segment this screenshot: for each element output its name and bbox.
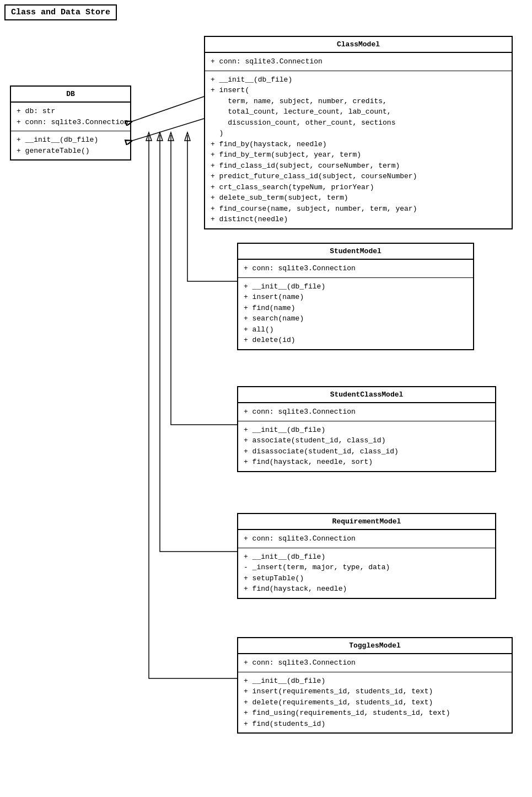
- student-class-model-methods: + __init__(db_file) + associate(student_…: [238, 421, 495, 471]
- student-class-model-box: StudentClassModel + conn: sqlite3.Connec…: [237, 386, 496, 472]
- toggles-model-attributes: + conn: sqlite3.Connection: [238, 654, 512, 672]
- svg-marker-7: [157, 132, 163, 141]
- svg-line-1: [132, 119, 204, 141]
- class-model-attributes: + conn: sqlite3.Connection: [205, 53, 512, 71]
- student-model-attributes: + conn: sqlite3.Connection: [238, 260, 473, 278]
- svg-marker-5: [168, 132, 174, 141]
- requirement-model-attributes: + conn: sqlite3.Connection: [238, 530, 495, 548]
- student-class-model-attributes: + conn: sqlite3.Connection: [238, 403, 495, 421]
- db-title: DB: [11, 87, 130, 103]
- page-title: Class and Data Store: [4, 4, 117, 20]
- student-model-box: StudentModel + conn: sqlite3.Connection …: [237, 243, 474, 350]
- requirement-model-title: RequirementModel: [238, 514, 495, 530]
- class-model-title: ClassModel: [205, 37, 512, 53]
- student-model-methods: + __init__(db_file) + insert(name) + fin…: [238, 278, 473, 349]
- svg-line-0: [132, 97, 204, 121]
- student-model-title: StudentModel: [238, 244, 473, 260]
- requirement-model-methods: + __init__(db_file) - _insert(term, majo…: [238, 548, 495, 598]
- db-methods: + __init__(db_file) + generateTable(): [11, 131, 130, 159]
- toggles-model-methods: + __init__(db_file) + insert(requirement…: [238, 672, 512, 733]
- class-model-box: ClassModel + conn: sqlite3.Connection + …: [204, 36, 513, 229]
- db-box: DB + db: str + conn: sqlite3.Connection …: [10, 85, 131, 161]
- toggles-model-title: TogglesModel: [238, 638, 512, 654]
- requirement-model-box: RequirementModel + conn: sqlite3.Connect…: [237, 513, 496, 599]
- db-attributes: + db: str + conn: sqlite3.Connection: [11, 103, 130, 131]
- student-class-model-title: StudentClassModel: [238, 387, 495, 403]
- svg-marker-9: [146, 132, 152, 141]
- svg-marker-3: [185, 132, 190, 141]
- toggles-model-box: TogglesModel + conn: sqlite3.Connection …: [237, 637, 513, 734]
- class-model-methods: + __init__(db_file) + insert( term, name…: [205, 71, 512, 228]
